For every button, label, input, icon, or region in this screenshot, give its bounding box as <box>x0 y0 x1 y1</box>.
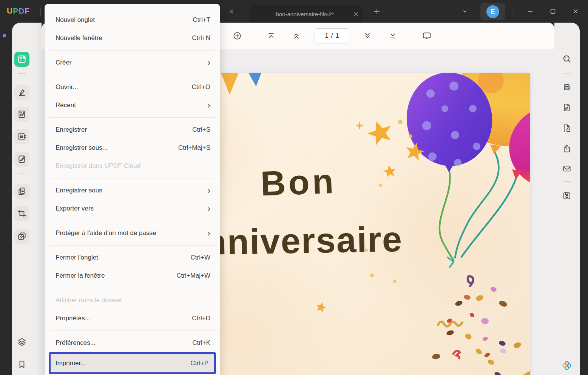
last-page-button[interactable] <box>387 30 399 42</box>
tab-close-icon[interactable] <box>353 11 359 17</box>
presentation-button[interactable] <box>421 30 433 42</box>
sidebar-item-organize[interactable] <box>14 129 29 144</box>
first-page-button[interactable] <box>265 30 277 42</box>
reader-icon <box>17 54 27 64</box>
minimize-button[interactable] <box>524 5 536 17</box>
menu-divider <box>49 178 215 178</box>
updf-ai-icon <box>562 360 572 371</box>
double-chevron-down-icon <box>363 31 372 40</box>
background-tab-close-button[interactable] <box>225 5 237 17</box>
left-sidebar <box>12 23 42 375</box>
sidebar-item-slideshow[interactable] <box>14 229 29 244</box>
menu-item-ouvrir[interactable]: Ouvrir...Ctrl+O <box>45 78 220 96</box>
menu-item-fermer-fenetre[interactable]: Fermer la fenêtreCtrl+Maj+W <box>45 267 220 285</box>
print-highlight-box: Imprimer...Ctrl+P <box>49 352 216 374</box>
page-indicator[interactable]: 1 / 1 <box>315 28 349 43</box>
slideshow-icon <box>17 231 27 241</box>
sidebar-divider <box>563 73 571 74</box>
sidebar-item-updf-ai[interactable] <box>559 358 574 373</box>
menu-item-exporter-vers[interactable]: Exporter vers› <box>45 200 220 218</box>
menu-item-nouvelle-fenetre[interactable]: Nouvelle fenêtreCtrl+N <box>45 29 220 47</box>
updf-logo: UPDF <box>7 6 30 15</box>
maximize-icon <box>549 8 556 15</box>
close-icon <box>572 8 579 15</box>
sidebar-item-comment[interactable] <box>14 85 29 100</box>
menu-divider <box>49 117 215 118</box>
greeting-line1: Bon <box>260 161 336 204</box>
svg-text:OCR: OCR <box>565 87 569 90</box>
sidebar-item-share[interactable] <box>559 141 574 156</box>
previous-page-button[interactable] <box>290 30 302 42</box>
menu-item-proprietes[interactable]: Propriétés...Ctrl+D <box>45 309 220 327</box>
minimize-icon <box>527 8 534 15</box>
sidebar-item-convert[interactable] <box>559 100 574 115</box>
layers-icon <box>17 337 27 347</box>
menu-item-enregistrer-sous[interactable]: Enregistrer sous...Ctrl+Maj+S <box>45 139 220 157</box>
tab-title: bon-anniversaire-fils-2* <box>257 11 353 17</box>
next-page-button[interactable] <box>361 30 373 42</box>
highlighter-icon <box>17 87 27 97</box>
sidebar-divider <box>18 73 26 74</box>
close-icon <box>228 9 234 14</box>
sidebar-item-bookmark[interactable] <box>14 357 29 372</box>
chevron-down-icon <box>461 8 468 15</box>
close-window-button[interactable] <box>569 5 582 17</box>
right-sidebar: OCR <box>554 23 580 375</box>
menu-item-enregistrer-updf-cloud: Enregistrer dans UPDF Cloud <box>45 157 220 175</box>
sidebar-item-mail[interactable] <box>559 161 574 176</box>
batch-pages-icon <box>17 186 27 196</box>
mail-icon <box>562 164 572 174</box>
menu-divider <box>49 288 215 288</box>
bookmark-icon <box>17 360 27 369</box>
edit-note-icon <box>17 109 27 119</box>
tab-bon-anniversaire[interactable]: bon-anniversaire-fils-2* <box>249 5 363 23</box>
menu-item-preferences[interactable]: Préférences...Ctrl+K <box>45 334 220 352</box>
zoom-button[interactable] <box>231 30 243 42</box>
menu-item-afficher-dossier: Afficher dans le dossier <box>45 291 220 309</box>
sidebar-item-ocr[interactable]: OCR <box>559 80 574 95</box>
sidebar-item-edit[interactable] <box>14 107 29 122</box>
save-icon <box>562 191 572 201</box>
sidebar-item-pages[interactable] <box>14 184 29 199</box>
controls-separator <box>514 7 514 15</box>
page-total: 1 <box>335 32 339 40</box>
toolbar-separator <box>254 32 254 40</box>
sidebar-item-save[interactable] <box>559 188 574 203</box>
fill-sign-icon <box>17 154 27 164</box>
protect-lock-icon <box>562 123 572 133</box>
menu-item-creer[interactable]: Créer› <box>45 54 220 72</box>
menu-item-imprimer[interactable]: Imprimer...Ctrl+P <box>51 354 214 372</box>
menu-item-fermer-onglet[interactable]: Fermer l'ongletCtrl+W <box>45 249 220 267</box>
page-current: 1 <box>325 32 328 40</box>
menu-divider <box>49 75 215 75</box>
sidebar-divider <box>18 173 26 174</box>
file-menu: Nouvel ongletCtrl+T Nouvelle fenêtreCtrl… <box>45 4 220 375</box>
organize-pages-icon <box>17 132 27 141</box>
tab-list-button[interactable] <box>459 5 471 17</box>
convert-page-icon <box>562 103 572 112</box>
search-icon <box>562 54 572 64</box>
new-tab-button[interactable] <box>371 5 383 17</box>
menu-item-proteger-mot-de-passe[interactable]: Protéger à l'aide d'un mot de passe› <box>45 224 220 242</box>
sidebar-item-reader[interactable] <box>14 52 29 67</box>
menu-item-nouvel-onglet[interactable]: Nouvel ongletCtrl+T <box>45 11 220 29</box>
menu-item-recent[interactable]: Récent› <box>45 96 220 114</box>
sidebar-item-fill-sign[interactable] <box>14 152 29 167</box>
chevron-right-icon: › <box>207 229 210 237</box>
crop-icon <box>17 209 27 218</box>
zoom-in-icon <box>232 31 242 41</box>
page-separator: / <box>331 32 333 40</box>
menu-item-enregistrer[interactable]: EnregistrerCtrl+S <box>45 121 220 139</box>
sidebar-item-search[interactable] <box>559 51 574 66</box>
sidebar-item-protect[interactable] <box>559 121 574 136</box>
maximize-button[interactable] <box>547 5 559 17</box>
menu-divider <box>49 245 215 246</box>
titlebar-separator <box>40 8 41 16</box>
chevron-right-icon: › <box>207 187 210 194</box>
sidebar-item-crop[interactable] <box>14 206 29 221</box>
chevron-right-icon: › <box>207 205 210 212</box>
account-button[interactable]: E <box>480 3 505 20</box>
plus-icon <box>373 8 381 15</box>
menu-item-enregistrer-sous-submenu[interactable]: Enregistrer sous› <box>45 181 220 200</box>
sidebar-item-layers[interactable] <box>14 334 29 349</box>
